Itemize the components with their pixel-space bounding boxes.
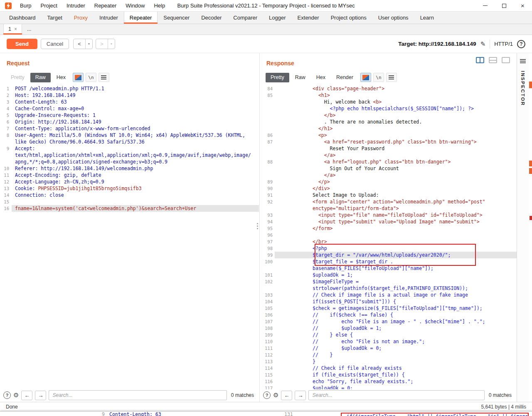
code-line: 98 <?php <box>260 245 517 252</box>
code-line: 15 <box>0 198 259 205</box>
tab-user-options[interactable]: User options <box>372 12 414 24</box>
inspector-menu-icon[interactable] <box>520 58 526 64</box>
code-line: 16fname=1&lname=system('cat<welcomeadmin… <box>0 205 259 212</box>
search-help-icon[interactable]: ? <box>3 391 11 399</box>
back-dropdown-icon[interactable]: ▼ <box>85 39 92 49</box>
code-line: 116 echo "Sorry, file already exists."; <box>260 378 517 385</box>
close-tab-icon[interactable]: × <box>14 24 17 35</box>
edit-target-icon[interactable]: ✎ <box>480 40 486 48</box>
background-window-fragment <box>530 216 532 220</box>
inspector-label: INSPECTOR <box>520 71 525 106</box>
repeater-tab-1[interactable]: 1 × <box>3 24 22 35</box>
code-line: 112 // } <box>260 352 517 358</box>
request-view-tab-pretty[interactable]: Pretty <box>6 73 30 82</box>
menu-project[interactable]: Project <box>36 0 62 11</box>
repeater-tab-more[interactable]: ... <box>22 24 36 35</box>
tab-learn[interactable]: Learn <box>414 12 440 24</box>
layout-single-icon[interactable] <box>502 57 510 63</box>
search-settings-gear-icon[interactable]: ⚙ <box>13 391 19 399</box>
tab-decoder[interactable]: Decoder <box>195 12 227 24</box>
code-line: 92 <form align="center" action="welcomea… <box>260 198 517 205</box>
code-line: Reset Your Password <box>260 145 517 152</box>
forward-dropdown-icon[interactable]: ▼ <box>108 39 115 49</box>
response-view-tab-raw[interactable]: Raw <box>290 73 310 82</box>
menu-burp[interactable]: Burp <box>15 0 36 11</box>
search-next-button[interactable]: → <box>35 391 46 400</box>
menu-window[interactable]: Window <box>121 0 149 11</box>
search-prev-button[interactable]: ← <box>281 391 292 400</box>
request-search-input[interactable] <box>49 390 227 400</box>
search-settings-gear-icon[interactable]: ⚙ <box>273 391 278 399</box>
tab-project-options[interactable]: Project options <box>325 12 372 24</box>
tab-sequencer[interactable]: Sequencer <box>158 12 195 24</box>
tab-dashboard[interactable]: Dashboard <box>3 12 42 24</box>
code-line: 105 $check = getimagesize($_FILES["fileT… <box>260 305 517 312</box>
response-view-tab-hex[interactable]: Hex <box>311 73 330 82</box>
send-button[interactable]: Send <box>7 39 37 49</box>
back-button[interactable]: < <box>74 39 85 49</box>
search-help-icon[interactable]: ? <box>263 391 271 399</box>
cancel-button[interactable]: Cancel <box>41 39 69 49</box>
request-editor[interactable]: 1POST /welcomeadmin.php HTTP/1.12Host: 1… <box>0 85 259 389</box>
tab-repeater[interactable]: Repeater <box>124 12 158 24</box>
response-editor-menu-icon[interactable] <box>386 73 397 82</box>
code-line: 84 <div class="page-header"> <box>260 85 517 92</box>
code-line: 102 $imageFileType = <box>260 278 517 285</box>
maximize-button[interactable] <box>495 0 513 12</box>
code-line: 109 // } else { <box>260 332 517 338</box>
menu-repeater[interactable]: Repeater <box>90 0 121 11</box>
tab-target[interactable]: Target <box>42 12 68 24</box>
tab-extender[interactable]: Extender <box>292 12 325 24</box>
newline-toggle-icon[interactable]: \n <box>373 73 384 82</box>
panel-divider-handle[interactable] <box>257 223 258 229</box>
code-line: 89 </p> <box>260 178 517 185</box>
response-editor[interactable]: 84 <div class="page-header">85 <h1> Hi, … <box>260 85 517 389</box>
menu-intruder[interactable]: Intruder <box>62 0 90 11</box>
request-view-tab-hex[interactable]: Hex <box>52 73 71 82</box>
code-line: 85 <h1> <box>260 92 517 99</box>
tab-intruder[interactable]: Intruder <box>94 12 124 24</box>
close-button[interactable]: × <box>513 0 532 12</box>
code-line: 12Accept-Language: zh-CN,zh;q=0.9 <box>0 178 259 185</box>
response-search-input[interactable] <box>308 390 484 400</box>
code-line: 3Content-Length: 63 <box>0 99 259 105</box>
response-view-tab-pretty[interactable]: Pretty <box>266 73 289 82</box>
search-next-button[interactable]: → <box>295 391 306 400</box>
code-line: 97 </br> <box>260 238 517 245</box>
help-icon[interactable]: ? <box>517 40 525 48</box>
target-area: Target: http://192.168.184.149 ✎ HTTP/1 … <box>398 40 525 49</box>
code-line: 11Accept-Encoding: gzip, deflate <box>0 172 259 178</box>
tab-comparer[interactable]: Comparer <box>227 12 263 24</box>
burp-suite-window: BurpProjectIntruderRepeaterWindowHelp Bu… <box>0 0 532 416</box>
minimize-button[interactable] <box>476 0 495 12</box>
code-line: </h1> <box>260 125 517 132</box>
code-line: 8User-Agent: Mozilla/5.0 (Windows NT 10.… <box>0 132 259 139</box>
tab-proxy[interactable]: Proxy <box>68 12 94 24</box>
code-line: 107 // echo "File is an image - " . $che… <box>260 318 517 325</box>
hamburger-icon <box>389 74 394 80</box>
http-version-selector[interactable]: HTTP/1 <box>494 41 513 47</box>
close-icon: × <box>521 0 525 12</box>
code-line: like Gecko) Chrome/96.0.4664.93 Safari/5… <box>0 139 259 145</box>
search-prev-button[interactable]: ← <box>21 391 32 400</box>
layout-rows-icon[interactable] <box>489 57 497 63</box>
request-view-tab-raw[interactable]: Raw <box>30 73 51 82</box>
code-line: 95 </form> <box>260 225 517 232</box>
newline-toggle-icon[interactable]: \n <box>86 73 96 82</box>
forward-button[interactable]: > <box>96 39 108 49</box>
code-line: 4Cache-Control: max-age=0 <box>0 105 259 112</box>
inspector-sidebar[interactable]: INSPECTOR <box>517 53 529 402</box>
response-view-tab-render[interactable]: Render <box>331 73 358 82</box>
code-line: apng,*/*;q=0.8,application/signed-exchan… <box>0 158 259 165</box>
background-window-fragment <box>529 82 532 88</box>
response-stats: 5,641 bytes | 4 millis <box>481 404 527 410</box>
layout-columns-icon[interactable] <box>476 57 484 63</box>
tab-logger[interactable]: Logger <box>263 12 291 24</box>
request-editor-menu-icon[interactable] <box>99 73 109 82</box>
code-line: strtolower(pathinfo($target_file,PATHINF… <box>260 285 517 292</box>
request-search-bar: ? ⚙ ← → 0 matches <box>3 389 256 401</box>
menu-help[interactable]: Help <box>149 0 170 11</box>
syntax-highlight-icon[interactable] <box>360 73 371 82</box>
code-line: 115 if (file_exists($target_file)) { <box>260 371 517 378</box>
syntax-highlight-icon[interactable] <box>73 73 84 82</box>
